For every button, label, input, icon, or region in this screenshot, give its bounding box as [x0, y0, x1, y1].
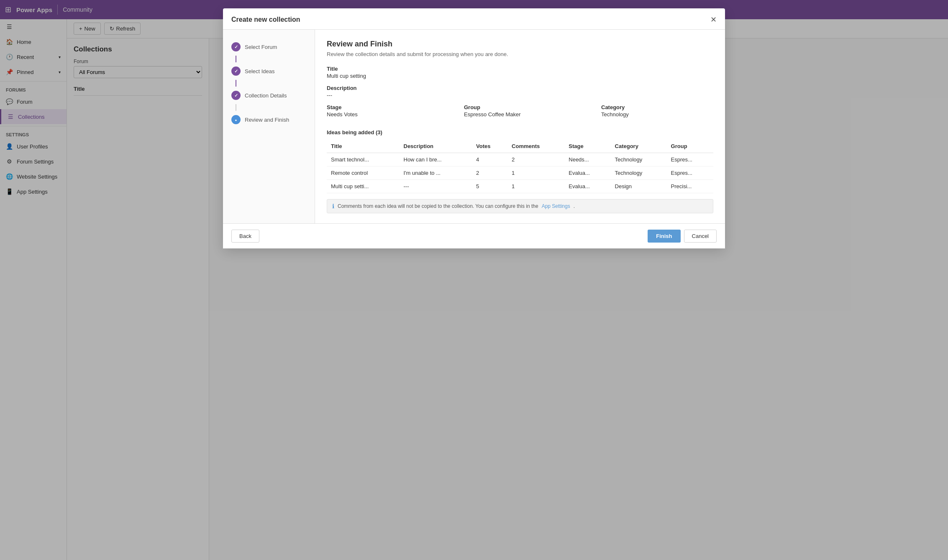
- description-value: ---: [327, 92, 713, 98]
- step-connector-3: [236, 104, 236, 111]
- modal-title: Create new collection: [231, 16, 300, 23]
- cell-row0-col1: How can I bre...: [400, 153, 472, 166]
- cell-row0-col3: 2: [507, 153, 564, 166]
- group-value: Espresso Coffee Maker: [464, 111, 576, 118]
- modal-review-content: Review and Finish Review the collection …: [315, 30, 725, 223]
- step2-label: Select Ideas: [245, 68, 275, 74]
- info-bar: ℹ Comments from each idea will not be co…: [327, 199, 713, 213]
- cell-row1-col3: 1: [507, 166, 564, 180]
- cell-row2-col3: 1: [507, 180, 564, 193]
- step2-icon: [231, 66, 241, 76]
- review-subtitle: Review the collection details and submit…: [327, 51, 713, 57]
- cell-row2-col0: Multi cup setti...: [327, 180, 400, 193]
- col-description: Description: [400, 140, 472, 153]
- title-label: Title: [327, 66, 713, 72]
- back-button[interactable]: Back: [231, 230, 259, 243]
- step-connector-2: [236, 80, 236, 87]
- step1-label: Select Forum: [245, 44, 277, 50]
- stage-group: Stage Needs Votes: [327, 104, 439, 123]
- step-connector-1: [236, 56, 236, 62]
- cell-row1-col2: 2: [472, 166, 507, 180]
- cell-row1-col5: Technology: [611, 166, 667, 180]
- cell-row2-col5: Design: [611, 180, 667, 193]
- cell-row1-col6: Espres...: [667, 166, 713, 180]
- check-icon: [234, 44, 238, 50]
- info-text: Comments from each idea will not be copi…: [338, 203, 538, 209]
- cell-row0-col5: Technology: [611, 153, 667, 166]
- cell-row2-col2: 5: [472, 180, 507, 193]
- col-group: Group: [667, 140, 713, 153]
- app-settings-link[interactable]: App Settings: [542, 203, 570, 209]
- wizard-step-collection-details[interactable]: Collection Details: [223, 87, 315, 104]
- ideas-table: Title Description Votes Comments Stage C…: [327, 140, 713, 193]
- cell-row2-col1: ---: [400, 180, 472, 193]
- col-category: Category: [611, 140, 667, 153]
- step4-icon: [231, 115, 241, 124]
- cell-row0-col0: Smart technol...: [327, 153, 400, 166]
- table-row: Smart technol...How can I bre...42Needs.…: [327, 153, 713, 166]
- col-stage: Stage: [564, 140, 610, 153]
- create-collection-modal: Create new collection ✕ Select Forum: [223, 8, 725, 248]
- stage-label: Stage: [327, 104, 439, 110]
- modal-footer: Back Finish Cancel: [223, 223, 725, 248]
- description-label: Description: [327, 85, 713, 91]
- step3-icon: [231, 91, 241, 100]
- cell-row0-col4: Needs...: [564, 153, 610, 166]
- finish-button[interactable]: Finish: [648, 230, 680, 243]
- step4-label: Review and Finish: [245, 117, 289, 123]
- group-label: Group: [464, 104, 576, 110]
- modal-close-button[interactable]: ✕: [710, 15, 717, 24]
- cell-row0-col6: Espres...: [667, 153, 713, 166]
- cell-row2-col6: Precisi...: [667, 180, 713, 193]
- group-group: Group Espresso Coffee Maker: [464, 104, 576, 123]
- wizard-step-select-forum[interactable]: Select Forum: [223, 38, 315, 56]
- cell-row1-col0: Remote control: [327, 166, 400, 180]
- category-group: Category Technology: [601, 104, 713, 123]
- table-row: Multi cup setti...---51Evalua...DesignPr…: [327, 180, 713, 193]
- check-icon-2: [234, 69, 238, 74]
- modal-overlay: Create new collection ✕ Select Forum: [0, 0, 948, 560]
- col-comments: Comments: [507, 140, 564, 153]
- wizard-step-review-finish[interactable]: Review and Finish: [223, 111, 315, 128]
- table-row: Remote controlI'm unable to ...21Evalua.…: [327, 166, 713, 180]
- dot-icon: [235, 117, 237, 122]
- category-label: Category: [601, 104, 713, 110]
- title-value: Multi cup setting: [327, 73, 713, 79]
- ideas-header: Ideas being added (3): [327, 129, 713, 136]
- info-link-suffix: .: [574, 203, 575, 209]
- col-votes: Votes: [472, 140, 507, 153]
- cell-row1-col4: Evalua...: [564, 166, 610, 180]
- review-heading: Review and Finish: [327, 40, 713, 49]
- modal-body: Select Forum Select Ideas Collection D: [223, 30, 725, 223]
- cancel-button[interactable]: Cancel: [684, 230, 717, 243]
- cell-row0-col2: 4: [472, 153, 507, 166]
- category-value: Technology: [601, 111, 713, 118]
- footer-right: Finish Cancel: [648, 230, 717, 243]
- step1-icon: [231, 42, 241, 51]
- stage-value: Needs Votes: [327, 111, 439, 118]
- stage-group-category-row: Stage Needs Votes Group Espresso Coffee …: [327, 104, 713, 123]
- wizard-step-select-ideas[interactable]: Select Ideas: [223, 62, 315, 80]
- col-title: Title: [327, 140, 400, 153]
- cell-row1-col1: I'm unable to ...: [400, 166, 472, 180]
- cell-row2-col4: Evalua...: [564, 180, 610, 193]
- modal-header: Create new collection ✕: [223, 8, 725, 30]
- wizard-steps: Select Forum Select Ideas Collection D: [223, 30, 315, 223]
- step3-label: Collection Details: [245, 92, 287, 99]
- info-icon: ℹ: [332, 203, 334, 210]
- check-icon-3: [234, 93, 238, 98]
